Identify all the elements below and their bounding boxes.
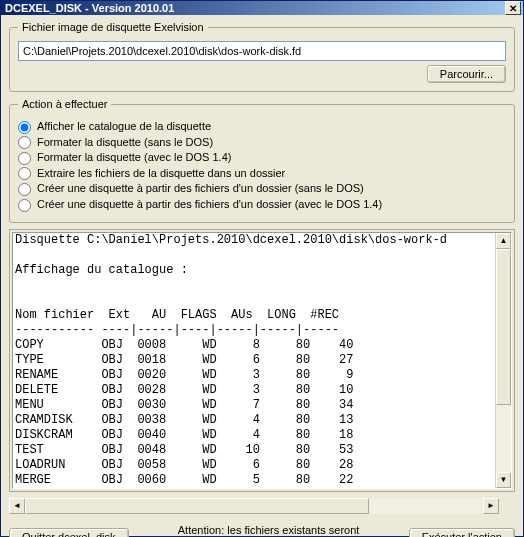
- output-text: Disquette C:\Daniel\Projets.2010\dcexel.…: [13, 233, 495, 488]
- output-panel: Disquette C:\Daniel\Projets.2010\dcexel.…: [9, 229, 515, 492]
- group-action-legend: Action à effectuer: [18, 98, 111, 110]
- group-file-legend: Fichier image de disquette Exelvision: [18, 21, 208, 33]
- scrollbar-horizontal[interactable]: ◄ ►: [9, 498, 499, 514]
- action-radio-2[interactable]: [18, 152, 31, 165]
- client-area: Fichier image de disquette Exelvision Pa…: [1, 15, 523, 537]
- action-option[interactable]: Formater la disquette (avec le DOS 1.4): [18, 151, 506, 165]
- action-option[interactable]: Extraire les fichiers de la disquette da…: [18, 167, 506, 181]
- titlebar[interactable]: DCEXEL_DISK - Version 2010.01 ✕: [1, 1, 523, 15]
- scroll-down-icon[interactable]: ▼: [496, 472, 511, 488]
- action-option[interactable]: Formater la disquette (sans le DOS): [18, 136, 506, 150]
- action-radio-0[interactable]: [18, 121, 31, 134]
- window-title: DCEXEL_DISK - Version 2010.01: [5, 2, 505, 14]
- app-window: DCEXEL_DISK - Version 2010.01 ✕ Fichier …: [0, 0, 524, 537]
- scroll-thumb-h[interactable]: [25, 498, 369, 514]
- scrollbar-vertical[interactable]: ▲ ▼: [495, 233, 511, 488]
- scroll-left-icon[interactable]: ◄: [9, 498, 25, 514]
- action-option[interactable]: Créer une disquette à partir des fichier…: [18, 182, 506, 196]
- action-label: Afficher le catalogue de la disquette: [37, 120, 211, 132]
- quit-button[interactable]: Quitter dcexel_disk: [9, 528, 129, 537]
- footer: Quitter dcexel_disk Attention: les fichi…: [9, 520, 515, 537]
- scroll-track-v[interactable]: [496, 249, 511, 472]
- close-icon[interactable]: ✕: [505, 1, 521, 15]
- group-file-image: Fichier image de disquette Exelvision Pa…: [9, 21, 515, 92]
- action-label: Créer une disquette à partir des fichier…: [37, 198, 382, 210]
- execute-button[interactable]: Exécuter l'action: [409, 528, 515, 537]
- scroll-thumb-v[interactable]: [496, 249, 511, 405]
- action-label: Créer une disquette à partir des fichier…: [37, 182, 364, 194]
- warning-text: Attention: les fichiers existants seront…: [139, 524, 399, 537]
- action-radio-5[interactable]: [18, 199, 31, 212]
- browse-button[interactable]: Parcourir...: [427, 65, 506, 83]
- action-label: Formater la disquette (avec le DOS 1.4): [37, 151, 231, 163]
- scroll-up-icon[interactable]: ▲: [496, 233, 511, 249]
- action-radio-3[interactable]: [18, 167, 31, 180]
- action-option[interactable]: Créer une disquette à partir des fichier…: [18, 198, 506, 212]
- action-label: Formater la disquette (sans le DOS): [37, 136, 213, 148]
- action-radio-4[interactable]: [18, 183, 31, 196]
- scroll-right-icon[interactable]: ►: [483, 498, 499, 514]
- file-path-input[interactable]: [18, 41, 506, 61]
- scroll-corner: [499, 498, 515, 514]
- action-radio-1[interactable]: [18, 136, 31, 149]
- scroll-track-h[interactable]: [25, 498, 483, 514]
- action-label: Extraire les fichiers de la disquette da…: [37, 167, 285, 179]
- group-action: Action à effectuer Afficher le catalogue…: [9, 98, 515, 223]
- action-option[interactable]: Afficher le catalogue de la disquette: [18, 120, 506, 134]
